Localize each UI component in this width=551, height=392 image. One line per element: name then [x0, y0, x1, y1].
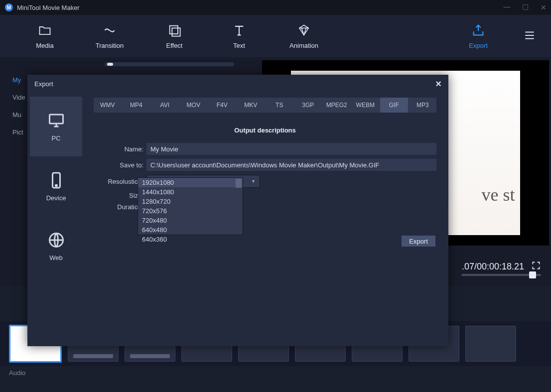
tab-label: PC: [51, 134, 60, 142]
timestamp: .07/00:00:18.21: [462, 261, 524, 272]
app-title: MiniTool Movie Maker: [17, 4, 80, 11]
format-mov[interactable]: MOV: [180, 98, 208, 113]
effect-icon: [167, 23, 181, 38]
preview-text: ve st: [482, 184, 515, 205]
svg-point-4: [55, 185, 57, 186]
export-dialog: Export × PC Device Web WMV MP4 AVI MOV: [27, 75, 448, 346]
diamond-icon: [297, 23, 311, 38]
tab-pc[interactable]: PC: [30, 97, 82, 156]
export-target-tabs: PC Device Web: [27, 93, 85, 346]
format-avi[interactable]: AVI: [151, 98, 179, 113]
export-settings: WMV MP4 AVI MOV F4V MKV TS 3GP MPEG2 WEB…: [85, 93, 448, 346]
nav-animation[interactable]: Animation: [274, 23, 334, 49]
format-wmv[interactable]: WMV: [94, 98, 122, 113]
nav-label: Text: [233, 42, 245, 49]
resolution-dropdown: 1920x1080 1440x1080 1280x720 720x576 720…: [138, 177, 243, 235]
resolution-option[interactable]: 1280x720: [138, 197, 243, 206]
name-input[interactable]: [146, 143, 436, 155]
resolution-option[interactable]: 720x576: [138, 206, 243, 216]
app-logo-icon: M: [5, 3, 13, 11]
nav-label: Export: [469, 42, 488, 49]
zoom-slider[interactable]: [461, 274, 541, 276]
folder-icon: [38, 23, 52, 38]
name-label: Name:: [94, 145, 146, 153]
monitor-icon: [47, 112, 65, 130]
transition-icon: [103, 23, 117, 38]
tab-label: Device: [46, 194, 66, 202]
resolution-option[interactable]: 1440x1080: [138, 187, 243, 197]
resolution-option[interactable]: 720x480: [138, 216, 243, 225]
nav-effect[interactable]: Effect: [144, 23, 204, 49]
nav-label: Effect: [166, 42, 182, 49]
save-label: Save to:: [94, 161, 146, 169]
export-icon: [471, 23, 485, 38]
format-mp3[interactable]: MP3: [409, 98, 437, 113]
nav-label: Media: [36, 42, 53, 49]
section-heading: Output descriptions: [94, 127, 436, 134]
phone-icon: [47, 171, 65, 189]
svg-rect-0: [170, 26, 178, 34]
audio-track-label: Audio: [0, 366, 551, 387]
nav-label: Transition: [96, 42, 124, 49]
tab-label: Web: [49, 254, 63, 261]
timeline-clip[interactable]: [465, 326, 516, 362]
svg-rect-2: [49, 115, 63, 124]
nav-text[interactable]: Text: [209, 23, 269, 49]
globe-icon: [47, 231, 65, 249]
dropdown-scrollbar[interactable]: [236, 179, 242, 188]
dialog-close-icon[interactable]: ×: [435, 78, 441, 90]
format-mp4[interactable]: MP4: [123, 98, 150, 113]
minimize-icon[interactable]: —: [503, 2, 510, 13]
nav-export[interactable]: Export: [448, 23, 508, 49]
format-mkv[interactable]: MKV: [237, 98, 265, 113]
save-path-input[interactable]: [146, 159, 436, 171]
resolution-option[interactable]: 640x480: [138, 225, 243, 235]
nav-label: Animation: [289, 42, 318, 49]
svg-rect-1: [172, 28, 180, 36]
nav-media[interactable]: Media: [15, 23, 75, 49]
format-mpeg2[interactable]: MPEG2: [323, 98, 351, 113]
resolution-option[interactable]: 1920x1080: [138, 178, 243, 187]
resolution-option[interactable]: 640x360: [138, 235, 243, 244]
text-icon: [232, 23, 246, 38]
chevron-down-icon: ▼: [251, 179, 256, 184]
nav-transition[interactable]: Transition: [80, 23, 139, 49]
format-webm[interactable]: WEBM: [352, 98, 380, 113]
dialog-title: Export: [34, 80, 53, 88]
format-f4v[interactable]: F4V: [208, 98, 236, 113]
format-gif[interactable]: GIF: [380, 98, 408, 113]
title-bar: M MiniTool Movie Maker — ▢ ×: [0, 0, 551, 15]
top-nav: Media Transition Effect Text Animation E…: [0, 15, 551, 57]
tab-device[interactable]: Device: [30, 156, 82, 216]
format-3gp[interactable]: 3GP: [294, 98, 322, 113]
maximize-icon[interactable]: ▢: [522, 2, 529, 13]
library-scrollbar[interactable]: [105, 62, 234, 66]
format-tabs: WMV MP4 AVI MOV F4V MKV TS 3GP MPEG2 WEB…: [94, 98, 436, 113]
export-button[interactable]: Export: [402, 236, 435, 247]
format-ts[interactable]: TS: [266, 98, 293, 113]
menu-icon[interactable]: [523, 29, 536, 43]
close-icon[interactable]: ×: [541, 2, 546, 13]
tab-web[interactable]: Web: [30, 216, 82, 276]
